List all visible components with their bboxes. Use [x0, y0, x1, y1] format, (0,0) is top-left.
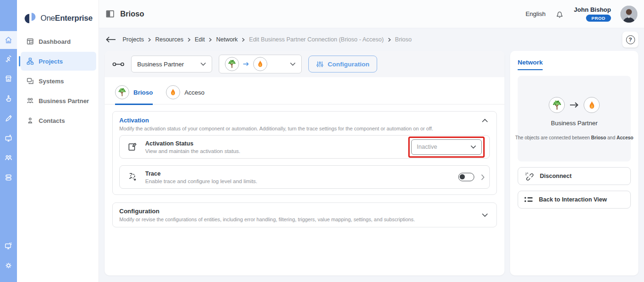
- panel-toggle-icon[interactable]: [106, 9, 115, 18]
- tab-network[interactable]: Network: [518, 59, 543, 70]
- brush-icon: [4, 114, 13, 122]
- user-sync-icon: [4, 55, 13, 63]
- sidebar-item-projects[interactable]: Projects: [21, 52, 96, 71]
- network-panel: Network Business Partner The objects are…: [510, 51, 638, 275]
- user-group-icon: [4, 153, 13, 162]
- chevron-right-icon: [242, 38, 245, 42]
- rail-server-button[interactable]: [0, 168, 17, 187]
- systems-icon: [26, 77, 34, 85]
- trace-toggle[interactable]: [458, 173, 474, 181]
- main-content-card: Business Partner Configuration: [105, 51, 504, 275]
- brioso-tree-icon: [549, 97, 565, 113]
- breadcrumb-item[interactable]: Projects: [123, 36, 144, 43]
- tab-acceso[interactable]: Acceso: [166, 85, 205, 105]
- chevron-down-icon: [200, 62, 206, 66]
- configuration-button-label: Configuration: [328, 61, 369, 68]
- tab-label: Acceso: [184, 89, 205, 96]
- list-icon: [524, 196, 533, 203]
- rail-monitor-star-button[interactable]: [0, 128, 17, 148]
- rail-monitor-apps-button[interactable]: [0, 236, 17, 256]
- back-to-interaction-view-button[interactable]: Back to Interaction View: [518, 191, 631, 209]
- configuration-description: Modify or revise the configurations of e…: [119, 217, 415, 222]
- activation-section: Activation Modify the activation status …: [112, 111, 497, 195]
- activation-section-header[interactable]: Activation Modify the activation status …: [119, 117, 490, 131]
- brioso-tree-icon: [225, 57, 239, 71]
- sidebar-item-systems[interactable]: Systems: [21, 72, 96, 90]
- breadcrumb-item[interactable]: Network: [216, 36, 238, 43]
- trace-description: Enable trace and configure log level and…: [145, 178, 257, 184]
- rail-home-button[interactable]: [0, 31, 17, 49]
- server-stack-icon: [4, 173, 13, 182]
- hand-pointer-icon: [4, 94, 13, 103]
- clipboard-edit-icon: [127, 142, 138, 152]
- user-profile[interactable]: John Bishop PROD: [574, 6, 611, 22]
- link-icon: [112, 61, 124, 67]
- notifications-bell-icon[interactable]: [555, 9, 564, 19]
- breadcrumb: Projects Resources Edit Network Edit Bus…: [123, 36, 412, 43]
- sidebar-menu: Dashboard Projects Systems Business Part…: [17, 32, 99, 130]
- acceso-flame-icon: [166, 85, 180, 99]
- network-summary-card: Business Partner The objects are connect…: [518, 76, 631, 161]
- activation-status-value: Inactive: [417, 144, 437, 150]
- connection-type-value: Business Partner: [137, 61, 184, 68]
- connection-pair-select[interactable]: [219, 55, 302, 73]
- back-button-label: Back to Interaction View: [539, 196, 607, 203]
- user-avatar[interactable]: [620, 6, 637, 23]
- breadcrumb-item[interactable]: Edit: [195, 36, 205, 43]
- chevron-right-icon: [209, 38, 212, 42]
- monitor-apps-icon: [4, 242, 13, 250]
- sidebar-item-dashboard[interactable]: Dashboard: [21, 32, 96, 51]
- language-selector[interactable]: English: [526, 10, 546, 17]
- rail-hand-button[interactable]: [0, 89, 17, 108]
- sidebar-item-contacts[interactable]: Contacts: [21, 111, 96, 130]
- acceso-flame-icon: [584, 97, 600, 113]
- activation-status-description: View and maintain the activation status.: [145, 148, 240, 154]
- connection-type-select[interactable]: Business Partner: [131, 56, 212, 73]
- page-title: Brioso: [120, 10, 144, 18]
- chevron-right-icon: [148, 38, 151, 42]
- sidebar-item-label: Systems: [39, 78, 64, 85]
- monitor-star-icon: [4, 134, 13, 142]
- connection-toolbar: Business Partner Configuration: [105, 51, 504, 77]
- acceso-flame-icon: [253, 57, 267, 71]
- rail-user-sync-button[interactable]: [0, 49, 17, 69]
- breadcrumb-item: Edit Business Partner Connection (Brioso…: [249, 36, 384, 43]
- rail-store-button[interactable]: [0, 69, 17, 89]
- disconnect-button[interactable]: Disconnect: [518, 167, 631, 185]
- gear-icon: [4, 261, 13, 270]
- sliders-icon: [316, 61, 323, 68]
- chevron-down-icon[interactable]: [480, 211, 490, 219]
- rail-user-group-button[interactable]: [0, 148, 17, 168]
- trace-row: Trace Enable trace and configure log lev…: [119, 165, 490, 189]
- configuration-title: Configuration: [119, 208, 415, 215]
- sidebar-item-label: Projects: [39, 58, 63, 65]
- sidebar-item-label: Business Partner: [39, 97, 89, 105]
- configuration-section[interactable]: Configuration Modify or revise the confi…: [112, 202, 497, 227]
- projects-icon: [26, 57, 34, 65]
- chevron-right-icon[interactable]: [481, 174, 485, 180]
- tab-brioso[interactable]: Brioso: [115, 85, 153, 105]
- sidebar-item-business-partner[interactable]: Business Partner: [21, 91, 96, 110]
- home-icon: [4, 36, 13, 44]
- network-connection-icons: [549, 97, 600, 113]
- rail-settings-button[interactable]: [0, 256, 17, 275]
- chevron-up-icon[interactable]: [480, 117, 490, 124]
- brioso-tree-icon: [115, 85, 129, 99]
- network-connection-description: The objects are connected between Brioso…: [515, 135, 634, 140]
- breadcrumb-item-current: Brioso: [395, 36, 412, 43]
- dashboard-icon: [26, 38, 34, 45]
- app-logo[interactable]: OneEnterprise: [17, 0, 99, 28]
- tab-label: Brioso: [133, 89, 153, 96]
- broken-link-icon: [524, 171, 534, 181]
- icon-rail: [0, 0, 17, 282]
- chevron-right-icon: [188, 38, 190, 42]
- back-arrow-icon[interactable]: [106, 36, 117, 43]
- breadcrumb-item[interactable]: Resources: [155, 36, 183, 43]
- business-partner-icon: [26, 97, 34, 105]
- rail-brush-button[interactable]: [0, 108, 17, 128]
- configuration-button[interactable]: Configuration: [308, 56, 377, 73]
- activation-title: Activation: [119, 117, 433, 124]
- activation-status-select[interactable]: Inactive: [411, 139, 482, 155]
- help-button[interactable]: ?: [622, 32, 638, 48]
- breadcrumb-bar: Projects Resources Edit Network Edit Bus…: [99, 28, 644, 51]
